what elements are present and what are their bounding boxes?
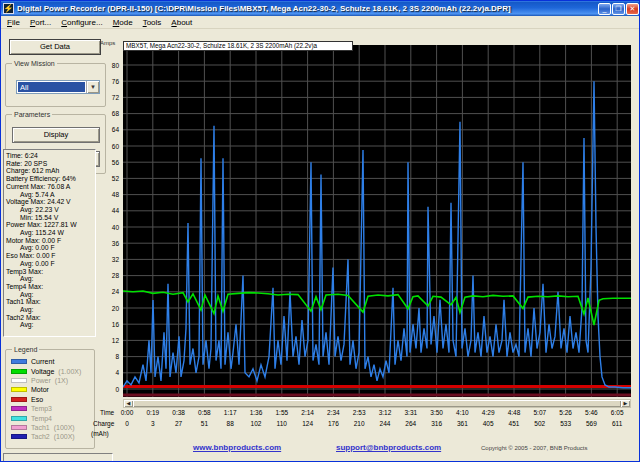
y-axis-tick: 24 [97,288,119,295]
time-tick: 5:46 [585,409,598,416]
stat-line: Avg: 5.74 A [4,191,95,199]
y-axis-tick: 8 [97,353,119,360]
charge-tick: 611 [612,420,622,427]
close-button[interactable]: ✕ [626,3,639,15]
menu-bar: FilePort...Configure...ModeToolsAbout [1,16,640,29]
y-axis-tick: 0 [97,386,119,393]
time-tick: 6:05 [611,409,624,416]
scroll-right-icon[interactable]: ▶ [621,400,630,407]
display-button[interactable]: Display [12,127,100,143]
legend-swatch [11,425,27,430]
scroll-left-icon[interactable]: ◀ [124,400,133,407]
charge-tick: 27 [175,420,182,427]
menu-item-mode[interactable]: Mode [109,17,139,28]
title-bar[interactable]: ⚡ Digital Power Recorder (DPR-II-150) [C… [1,1,640,16]
stat-line: Current Max: 76.08 A [4,183,95,191]
legend-item-label: Tach1 [31,424,50,431]
legend-item-label: Voltage [31,368,54,375]
charge-tick: 405 [483,420,494,427]
y-axis-tick: 68 [97,110,119,117]
charge-tick: 176 [328,420,339,427]
chart-plot-area[interactable] [123,45,631,397]
menu-item-about[interactable]: About [167,17,198,28]
menu-item-configure[interactable]: Configure... [57,17,108,28]
stat-line: Motor Max: 0.00 F [4,237,95,245]
legend-item-tach1[interactable]: Tach1(100X) [6,423,94,432]
y-axis-tick: 12 [97,337,119,344]
charge-unit-label: (mAh) [91,430,109,437]
charge-tick: 533 [560,420,571,427]
stat-line: Charge: 612 mAh [4,167,95,175]
time-tick: 0:58 [198,409,211,416]
time-tick: 3:50 [430,409,443,416]
legend-item-temp4[interactable]: Temp4 [6,413,94,422]
stat-line: Time: 6:24 [4,152,95,160]
legend-swatch [11,359,27,364]
stat-line: Power Max: 1227.81 W [4,221,95,229]
menu-item-file[interactable]: File [3,17,26,28]
legend-swatch [11,378,27,383]
y-axis-tick: 60 [97,143,119,150]
charge-tick: 51 [201,420,208,427]
charge-tick: 569 [586,420,597,427]
support-email-link[interactable]: support@bnbproducts.com [336,443,441,452]
time-tick: 2:53 [353,409,366,416]
legend-item-temp3[interactable]: Temp3 [6,404,94,413]
charge-tick: 88 [227,420,234,427]
legend-item-scale: (100X) [54,424,75,431]
legend-item-current[interactable]: Current [6,357,94,366]
chart-horizontal-scrollbar[interactable]: ◀ ▶ [123,399,631,408]
legend-swatch [11,406,27,411]
legend-item-label: Temp3 [31,405,52,412]
stat-line: Avg: 22.23 V [4,206,95,214]
menu-item-tools[interactable]: Tools [139,17,168,28]
statistics-panel: Time: 6:24Rate: 20 SPSCharge: 612 mAhBat… [3,149,96,337]
y-axis-tick: 80 [97,62,119,69]
menu-item-port[interactable]: Port... [26,17,57,28]
y-axis-tick: 4 [97,369,119,376]
app-window: ⚡ Digital Power Recorder (DPR-II-150) [C… [0,0,640,462]
legend-item-label: Eso [31,396,43,403]
legend-item-label: Temp4 [31,415,52,422]
stat-line: Avg: 0.00 F [4,244,95,252]
legend-item-eso[interactable]: Eso [6,395,94,404]
time-tick: 4:48 [508,409,521,416]
legend-item-motor[interactable]: Motor [6,385,94,394]
charge-tick: 210 [354,420,365,427]
y-axis-tick: 44 [97,207,119,214]
restore-button[interactable]: ❐ [612,3,625,15]
scrollbar-thumb[interactable] [133,400,621,407]
mission-select[interactable]: All ▼ [16,80,100,94]
get-data-button[interactable]: Get Data [9,39,101,55]
stat-line: Battery Efficiency: 64% [4,175,95,183]
legend-item-power[interactable]: Power(1X) [6,376,94,385]
view-mission-label: View Mission [12,59,57,68]
y-axis-unit-label: Amps [100,40,115,46]
time-tick: 2:34 [327,409,340,416]
minimize-button[interactable]: _ [598,3,611,15]
charge-tick: 264 [405,420,416,427]
stat-line: Voltage Max: 24.42 V [4,198,95,206]
time-tick: 0:00 [121,409,134,416]
time-tick: 3:31 [404,409,417,416]
charge-tick: 110 [277,420,287,427]
y-axis-tick: 20 [97,305,119,312]
stat-line: Min: 15.54 V [4,214,95,222]
website-link[interactable]: www.bnbproducts.com [193,443,281,452]
stat-line: Avg: 115.24 W [4,229,95,237]
legend-item-label: Current [31,358,54,365]
legend-swatch [11,369,27,374]
charge-tick: 0 [125,420,129,427]
stat-line: Temp4 Max: [4,283,95,291]
time-tick: 4:10 [456,409,469,416]
legend-item-voltage[interactable]: Voltage(1.00X) [6,366,94,375]
stat-line: Avg: [4,321,95,329]
y-axis-tick: 36 [97,240,119,247]
time-tick: 5:26 [559,409,572,416]
time-tick: 2:14 [301,409,314,416]
stat-line: Avg: 0.00 F [4,260,95,268]
y-axis-tick: 16 [97,321,119,328]
legend-item-scale: (1.00X) [58,368,81,375]
y-axis-tick: 64 [97,126,119,133]
legend-item-tach2[interactable]: Tach2(100X) [6,432,94,441]
